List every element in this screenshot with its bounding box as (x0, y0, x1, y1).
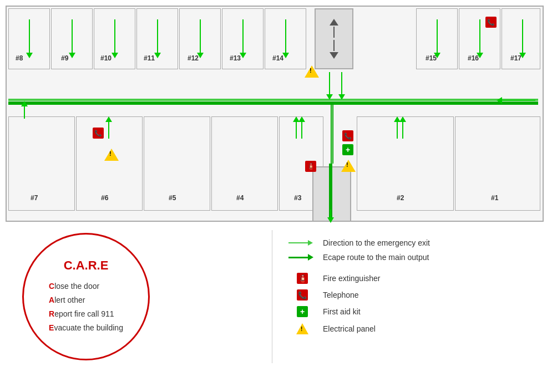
arrow-room-6-up (105, 116, 112, 139)
legend-thick-arrow (288, 254, 316, 261)
legend-first-aid-text: First aid kit (323, 307, 361, 316)
first-aid-central: + (342, 144, 353, 155)
care-item-a: Alert other (49, 293, 123, 307)
elevator-top (315, 8, 353, 69)
arrow-room-15 (434, 19, 440, 58)
arrow-room-12 (197, 19, 204, 58)
warning-central (341, 160, 356, 172)
care-text: Close the door Alert other Report fire c… (49, 279, 123, 335)
legend-phone-text: Telephone (323, 291, 359, 299)
legend-item-fire-ext: 🧯 Fire extinguisher (288, 273, 430, 284)
warning-icon-r14 (305, 65, 319, 78)
legend-electric-icon-wrapper: ! (288, 323, 316, 335)
floorplan: #8 #9 #10 #11 #12 #13 #14 #15 #16 #17 (6, 6, 544, 222)
care-letter-a: A (49, 296, 54, 304)
room-label-4: #4 (236, 194, 244, 202)
central-vert-top2 (332, 103, 333, 164)
care-item-c: Close the door (49, 279, 123, 293)
phone-icon-fp3: 📞 (342, 130, 353, 141)
warning-triangle-fp1 (305, 65, 319, 78)
legend-fire-ext-icon-wrapper: 🧯 (288, 273, 316, 284)
room-label-7: #7 (31, 194, 38, 202)
legend-escape-text: Ecape route to the main output (323, 253, 429, 262)
legend-item-first-aid: + First aid kit (288, 306, 430, 317)
fire-ext-icon-fp1: 🧯 (305, 161, 316, 172)
phone-icon-top-right: 📞 (485, 17, 497, 28)
care-letter-r: R (49, 309, 54, 318)
arrow-room-10 (112, 19, 118, 58)
arrow-room-17 (519, 19, 526, 58)
legend-thick-head (308, 254, 313, 261)
legend: Direction to the emergency exit Ecape ro… (288, 238, 430, 340)
care-title: C.A.R.E (64, 258, 109, 273)
arrow-room-9 (69, 19, 75, 58)
legend-thin-line (288, 242, 308, 243)
arrow-central-down (327, 210, 334, 223)
phone-icon-fp1: 📞 (485, 17, 497, 28)
warning-triangle-fp2 (104, 149, 119, 161)
room-5 (144, 116, 210, 211)
care-circle: C.A.R.E Close the door Alert other Repor… (22, 233, 150, 360)
arrow-elev-left (326, 72, 333, 100)
central-vert-top (331, 103, 332, 164)
legend-item-phone: 📞 Telephone (288, 289, 430, 301)
arrow-corridor-left (497, 97, 535, 104)
phone-icon-fp2: 📞 (93, 128, 104, 139)
legend-electric-text: Electrical panel (323, 324, 376, 333)
legend-arrow-thin-icon (288, 240, 316, 246)
legend-item-escape: Ecape route to the main output (288, 253, 430, 262)
legend-direction-text: Direction to the emergency exit (323, 238, 430, 247)
legend-fire-ext-icon: 🧯 (297, 273, 308, 284)
legend-arrow-thick-icon (288, 254, 316, 261)
room-label-1: #1 (491, 194, 498, 202)
room-label-5: #5 (169, 194, 176, 202)
room-label-10: #10 (100, 54, 112, 62)
arrow-room-14 (282, 19, 289, 58)
arrow-room-11 (154, 19, 161, 58)
room-label-8: #8 (16, 54, 23, 62)
legend-first-aid-icon: + (297, 306, 308, 317)
arrow-room-3-up-right (298, 116, 305, 139)
arrow-elev-right (338, 72, 345, 100)
arrow-room-8 (26, 19, 33, 58)
room-label-3: #3 (294, 194, 301, 202)
legend-item-electric: ! Electrical panel (288, 323, 430, 335)
legend-first-aid-icon-wrapper: + (288, 306, 316, 317)
room-label-9: #9 (61, 54, 68, 62)
phone-icon-r6: 📞 (93, 128, 104, 139)
legend-fire-ext-text: Fire extinguisher (323, 274, 381, 283)
room-4 (211, 116, 278, 211)
arrow-room-13 (240, 19, 246, 58)
first-aid-icon-fp1: + (342, 144, 353, 155)
room-label-2: #2 (397, 194, 404, 202)
legend-thin-head (308, 240, 313, 246)
fire-ext-r3: 🧯 (305, 161, 316, 172)
warning-triangle-fp3 (341, 160, 356, 172)
warning-icon-r6 (104, 149, 119, 161)
arrow-room-2-up-right (399, 116, 406, 139)
legend-item-direction: Direction to the emergency exit (288, 238, 430, 247)
corridor-escape (8, 101, 538, 105)
room-7 (8, 116, 75, 211)
legend-phone-icon: 📞 (297, 289, 308, 301)
care-item-r: Report fire call 911 (49, 307, 123, 321)
legend-divider (272, 230, 272, 363)
room-label-6: #6 (101, 194, 108, 202)
arrow-left-up (21, 101, 28, 119)
care-letter-c: C (49, 282, 54, 291)
legend-phone-icon-wrapper: 📞 (288, 289, 316, 301)
phone-icon-central: 📞 (342, 130, 353, 141)
care-letter-e: E (49, 323, 54, 332)
room-label-11: #11 (144, 54, 155, 62)
arrow-room-16 (477, 19, 483, 58)
legend-thin-arrow (288, 240, 316, 246)
care-item-e: Evacuate the building (49, 321, 123, 335)
legend-electric-icon: ! (296, 323, 308, 335)
legend-thick-line (288, 257, 308, 258)
corridor-top (8, 99, 538, 101)
